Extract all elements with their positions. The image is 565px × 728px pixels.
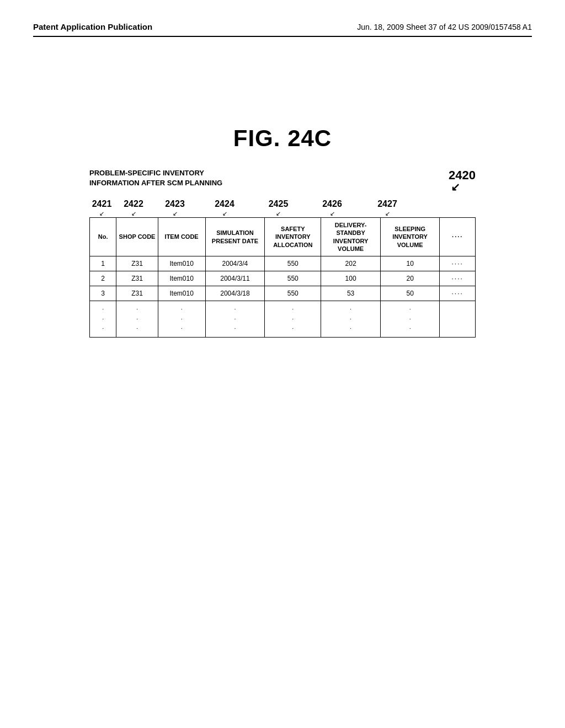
table-section: PROBLEM-SPECIFIC INVENTORY INFORMATION A… — [33, 168, 532, 338]
page: Patent Application Publication Jun. 18, … — [0, 0, 565, 728]
th-item-code: ITEM CODE — [158, 218, 205, 256]
arr-dots — [415, 210, 448, 217]
row2-item: Item010 — [158, 271, 205, 286]
arr-shop: ↙ — [114, 210, 153, 217]
th-sleeping-inventory: SLEEPING INVENTORY VOLUME — [380, 218, 440, 256]
arrow-indicators-row: ↙ ↙ ↙ ↙ ↙ ↙ ↙ — [89, 210, 476, 217]
th-safety-inventory: SAFETY INVENTORY ALLOCATION — [265, 218, 321, 256]
row3-item: Item010 — [158, 286, 205, 301]
row3-no: 3 — [90, 286, 116, 301]
arr-sleeping: ↙ — [360, 210, 415, 217]
arr-no: ↙ — [89, 210, 114, 217]
dots-sleeping: ··· — [380, 301, 440, 338]
col-num-2424: 2424 — [197, 199, 252, 209]
publication-info: Jun. 18, 2009 Sheet 37 of 42 US 2009/015… — [357, 23, 532, 31]
dots-shop: ··· — [116, 301, 158, 338]
dots-more — [440, 301, 476, 338]
row1-item: Item010 — [158, 256, 205, 271]
arr-delivery: ↙ — [305, 210, 360, 217]
table-row: 3 Z31 Item010 2004/3/18 550 53 50 ···· — [90, 286, 476, 301]
row2-shop: Z31 — [116, 271, 158, 286]
row1-sleeping: 10 — [380, 256, 440, 271]
row1-date: 2004/3/4 — [205, 256, 265, 271]
dots-date: ··· — [205, 301, 265, 338]
th-shop-code: SHOP CODE — [116, 218, 158, 256]
arr-item: ↙ — [153, 210, 197, 217]
label-2420-arrow: ↙ — [451, 180, 460, 194]
row3-date: 2004/3/18 — [205, 286, 265, 301]
row2-safety: 550 — [265, 271, 321, 286]
col-num-2425: 2425 — [252, 199, 305, 209]
table-header-row: No. SHOP CODE ITEM CODE SIMULATION PRESE… — [90, 218, 476, 256]
arr-sim: ↙ — [197, 210, 252, 217]
row3-more: ···· — [440, 286, 476, 301]
row3-shop: Z31 — [116, 286, 158, 301]
col-num-2426: 2426 — [305, 199, 360, 209]
table-desc-line1: PROBLEM-SPECIFIC INVENTORY — [89, 169, 204, 177]
dots-item: ··· — [158, 301, 205, 338]
column-numbers-row: 2421 2422 2423 2424 2425 2426 2427 — [89, 199, 476, 209]
row1-shop: Z31 — [116, 256, 158, 271]
th-no: No. — [90, 218, 116, 256]
row2-more: ···· — [440, 271, 476, 286]
table-description: PROBLEM-SPECIFIC INVENTORY INFORMATION A… — [89, 168, 222, 194]
row2-sleeping: 20 — [380, 271, 440, 286]
col-num-2427: 2427 — [360, 199, 415, 209]
main-table: No. SHOP CODE ITEM CODE SIMULATION PRESE… — [89, 217, 476, 338]
dots-no: ··· — [90, 301, 116, 338]
table-label-area: PROBLEM-SPECIFIC INVENTORY INFORMATION A… — [89, 168, 476, 194]
publication-label: Patent Application Publication — [33, 22, 152, 31]
figure-title: FIG. 24C — [33, 125, 532, 152]
row3-sleeping: 50 — [380, 286, 440, 301]
row3-safety: 550 — [265, 286, 321, 301]
row2-date: 2004/3/11 — [205, 271, 265, 286]
row1-delivery: 202 — [321, 256, 381, 271]
th-sim-date: SIMULATION PRESENT DATE — [205, 218, 265, 256]
row1-no: 1 — [90, 256, 116, 271]
table-desc-line2: INFORMATION AFTER SCM PLANNING — [89, 179, 222, 187]
dots-safety: ··· — [265, 301, 321, 338]
row1-more: ···· — [440, 256, 476, 271]
row2-delivery: 100 — [321, 271, 381, 286]
arr-safety: ↙ — [252, 210, 305, 217]
col-num-2421: 2421 — [89, 199, 114, 209]
row3-delivery: 53 — [321, 286, 381, 301]
dots-delivery: ··· — [321, 301, 381, 338]
th-more: ···· — [440, 218, 476, 256]
table-dots-row: ··· ··· ··· ··· ··· ··· ··· — [90, 301, 476, 338]
table-row: 2 Z31 Item010 2004/3/11 550 100 20 ···· — [90, 271, 476, 286]
page-header: Patent Application Publication Jun. 18, … — [33, 22, 532, 37]
th-delivery-standby: DELIVERY-STANDBY INVENTORY VOLUME — [321, 218, 381, 256]
label-2420: 2420 ↙ — [449, 168, 476, 194]
row1-safety: 550 — [265, 256, 321, 271]
col-num-2423: 2423 — [153, 199, 197, 209]
col-num-2422: 2422 — [114, 199, 153, 209]
row2-no: 2 — [90, 271, 116, 286]
table-row: 1 Z31 Item010 2004/3/4 550 202 10 ···· — [90, 256, 476, 271]
